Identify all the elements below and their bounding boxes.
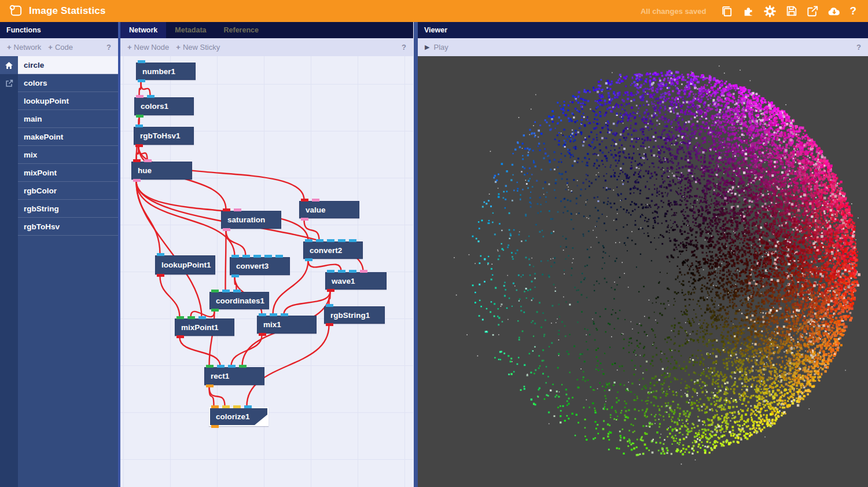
sidebar-item-mixPoint[interactable]: mixPoint [0,164,118,182]
graph-node-convert3[interactable]: convert3 [230,257,290,275]
graph-node-coordinates1[interactable]: coordinates1 [209,292,269,309]
top-port-cyan[interactable] [281,313,288,316]
tab-metadata[interactable]: Metadata [166,22,215,38]
sidebar-item-makePoint[interactable]: makePoint [0,128,118,146]
sidebar-item-colors[interactable]: colors [0,74,118,92]
top-port-pink[interactable] [234,208,241,211]
top-port-cyan[interactable] [138,60,145,63]
graph-node-rgbToHsv1[interactable]: rgbToHsv1 [134,127,194,145]
graph-node-rect1[interactable]: rect1 [204,367,264,385]
bottom-port-orange[interactable] [211,425,219,428]
top-port-cyan[interactable] [275,255,283,258]
bottom-port-red[interactable] [135,144,143,147]
graph-node-number1[interactable]: number1 [136,63,196,80]
top-port-cyan[interactable] [157,253,164,256]
top-port-green[interactable] [187,316,195,319]
top-port-cyan[interactable] [338,270,345,273]
top-port-cyan[interactable] [242,255,250,258]
graph-node-mixPoint1[interactable]: mixPoint1 [175,318,234,336]
sidebar-item-main[interactable]: main [0,110,118,128]
sidebar-item-mix[interactable]: mix [0,146,118,164]
top-port-cyan[interactable] [338,239,345,242]
bottom-port-green[interactable] [136,115,144,118]
duplicate-icon[interactable] [720,4,734,19]
viewer-help-button[interactable]: ? [856,43,861,52]
graph-node-lookupPoint1[interactable]: lookupPoint1 [155,255,215,274]
top-port-red[interactable] [223,208,230,211]
top-port-cyan[interactable] [327,239,334,242]
graph-node-mix1[interactable]: mix1 [257,316,317,334]
node-graph-canvas[interactable]: number1colors1rgbToHsv1huesaturationvalu… [120,56,413,487]
new-sticky-button[interactable]: +New Sticky [176,43,220,52]
graph-node-colorize1[interactable]: colorize1 [209,407,269,426]
top-port-cyan[interactable] [228,365,236,368]
tab-network[interactable]: Network [120,22,166,38]
top-port-cyan[interactable] [264,255,272,258]
bottom-port-red[interactable] [176,335,184,338]
top-port-cyan[interactable] [222,290,230,292]
play-button[interactable]: Play [433,43,448,52]
bottom-port-pink[interactable] [133,179,141,182]
graph-node-value[interactable]: value [299,201,359,218]
graph-node-hue[interactable]: hue [131,162,192,180]
top-port-cyan[interactable] [217,365,225,368]
top-port-cyan[interactable] [327,270,334,273]
bottom-port-green[interactable] [211,309,219,312]
sidebar-item-circle[interactable]: circle [0,56,118,74]
bottom-port-pink[interactable] [301,218,308,221]
graph-node-colors1[interactable]: colors1 [134,97,194,115]
graph-node-rgbString1[interactable]: rgbString1 [324,306,385,324]
top-port-green[interactable] [176,316,184,319]
bottom-port-cyan[interactable] [138,79,145,82]
bottom-port-pink[interactable] [223,228,230,231]
sidebar-item-rgbToHsv[interactable]: rgbToHsv [0,218,118,236]
top-port-red[interactable] [133,159,141,162]
top-port-yellow[interactable] [233,405,241,408]
cloud-download-icon[interactable] [827,4,841,19]
bottom-port-red[interactable] [326,323,333,326]
top-port-pink[interactable] [360,270,367,273]
top-port-cyan[interactable] [244,405,252,408]
tab-reference[interactable]: Reference [215,22,267,38]
top-port-yellow[interactable] [222,405,230,408]
sidebar-item-rgbColor[interactable]: rgbColor [0,182,118,200]
bottom-port-red[interactable] [259,333,266,336]
viewer-output[interactable] [418,56,868,487]
bottom-port-red[interactable] [157,274,164,277]
external-link-icon[interactable] [0,74,18,92]
sidebar-item-lookupPoint[interactable]: lookupPoint [0,92,118,110]
top-port-cyan[interactable] [198,316,206,319]
bottom-port-red[interactable] [327,289,334,292]
top-port-cyan[interactable] [316,239,323,242]
bottom-port-orange[interactable] [206,385,214,387]
new-network-button[interactable]: +Network [7,43,41,52]
export-icon[interactable] [806,4,820,19]
graph-node-saturation[interactable]: saturation [221,211,281,229]
top-port-green[interactable] [211,290,219,292]
sidebar-item-rgbString[interactable]: rgbString [0,200,118,218]
top-port-cyan[interactable] [326,304,333,307]
top-port-cyan[interactable] [259,313,266,316]
top-port-cyan[interactable] [349,270,356,273]
bottom-port-cyan[interactable] [305,258,312,261]
help-icon[interactable]: ? [849,5,856,17]
graph-node-wave1[interactable]: wave1 [325,272,387,290]
plugin-icon[interactable] [741,4,756,19]
top-port-cyan[interactable] [270,313,277,316]
top-port-orange[interactable] [211,405,219,408]
top-port-cyan[interactable] [231,255,239,258]
bottom-port-cyan[interactable] [231,274,239,277]
top-port-cyan[interactable] [253,255,261,258]
top-port-cyan[interactable] [147,95,155,98]
top-port-cyan[interactable] [305,239,312,242]
top-port-pink[interactable] [144,159,152,162]
graph-node-convert2[interactable]: convert2 [303,241,363,259]
top-port-cyan[interactable] [349,239,356,242]
top-port-cyan[interactable] [233,290,241,292]
network-help-button[interactable]: ? [402,43,406,52]
top-port-green[interactable] [239,365,247,368]
top-port-green[interactable] [206,365,214,368]
top-port-red[interactable] [301,199,308,202]
home-icon[interactable] [0,56,18,74]
top-port-pink[interactable] [312,199,319,202]
